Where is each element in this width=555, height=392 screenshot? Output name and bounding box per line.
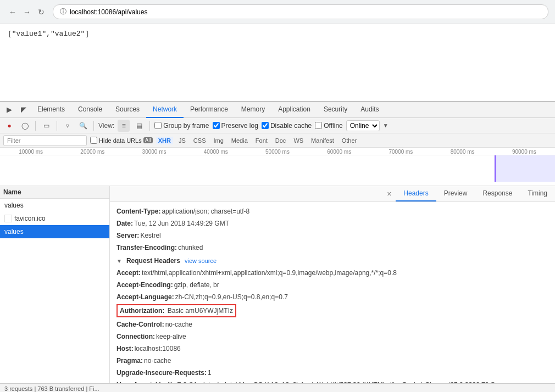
detail-tab-timing[interactable]: Timing bbox=[520, 186, 555, 201]
server-val: Kestrel bbox=[140, 231, 160, 240]
record-button[interactable]: ● bbox=[3, 120, 15, 132]
tab-audits[interactable]: Audits bbox=[354, 102, 385, 118]
filter-input[interactable] bbox=[3, 135, 87, 146]
timeline-label-8: 80000 ms bbox=[432, 149, 493, 155]
pragma-val: no-cache bbox=[144, 356, 171, 366]
detail-tab-response[interactable]: Response bbox=[475, 186, 520, 201]
content-type-key: Content-Type: bbox=[116, 206, 160, 216]
timeline-label-2: 20000 ms bbox=[62, 149, 123, 155]
list-item[interactable]: favicon.ico bbox=[0, 212, 109, 225]
transfer-encoding-key: Transfer-Encoding: bbox=[116, 243, 177, 253]
header-row: Pragma: no-cache bbox=[116, 355, 548, 367]
filter-tag-xhr[interactable]: XHR bbox=[156, 137, 173, 144]
timeline-label-6: 60000 ms bbox=[308, 149, 370, 155]
tab-network[interactable]: Network bbox=[146, 102, 184, 118]
offline-label[interactable]: Offline bbox=[315, 122, 342, 130]
timeline-labels: 10000 ms 20000 ms 30000 ms 40000 ms 5000… bbox=[0, 148, 555, 155]
header-row: Server: Kestrel bbox=[116, 229, 548, 242]
header-row: Transfer-Encoding: chunked bbox=[116, 242, 548, 254]
json-response: ["value1","value2"] bbox=[8, 30, 89, 38]
accept-encoding-val: gzip, deflate, br bbox=[174, 280, 219, 290]
header-row: Accept-Encoding: gzip, deflate, br bbox=[116, 279, 548, 291]
authorization-highlight: Authorization: Basic amU6YWJjMTIz bbox=[116, 304, 236, 317]
device-toolbar-icon[interactable]: ◤ bbox=[16, 103, 31, 117]
tab-elements[interactable]: Elements bbox=[31, 102, 71, 118]
list-item[interactable]: values bbox=[0, 225, 109, 238]
camera-button[interactable]: ▭ bbox=[40, 120, 52, 132]
header-row: Host: localhost:10086 bbox=[116, 343, 548, 355]
accept-encoding-key: Accept-Encoding: bbox=[116, 280, 173, 290]
filter-tag-media[interactable]: Media bbox=[229, 137, 250, 144]
timeline-label-9: 90000 ms bbox=[493, 149, 555, 155]
timeline[interactable]: 10000 ms 20000 ms 30000 ms 40000 ms 5000… bbox=[0, 148, 555, 186]
content-type-val: application/json; charset=utf-8 bbox=[162, 206, 249, 216]
inspect-element-icon[interactable]: ▶ bbox=[2, 103, 16, 117]
connection-key: Connection: bbox=[116, 332, 155, 341]
search-button[interactable]: 🔍 bbox=[77, 120, 89, 132]
clear-button[interactable]: ◯ bbox=[19, 120, 31, 132]
hide-data-urls-label[interactable]: Hide data URLs All bbox=[90, 137, 153, 144]
filter-tag-css[interactable]: CSS bbox=[191, 137, 208, 144]
request-name-values-2: values bbox=[4, 228, 24, 236]
forward-button[interactable]: → bbox=[21, 6, 33, 18]
filter-tag-img[interactable]: Img bbox=[211, 137, 225, 144]
tab-console[interactable]: Console bbox=[71, 102, 109, 118]
tab-application[interactable]: Application bbox=[271, 102, 317, 118]
timeline-label-3: 30000 ms bbox=[123, 149, 185, 155]
upgrade-insecure-key: Upgrade-Insecure-Requests: bbox=[116, 368, 207, 378]
request-list-header: Name bbox=[0, 186, 109, 199]
filter-tag-manifest[interactable]: Manifest bbox=[309, 137, 336, 144]
timeline-label-7: 70000 ms bbox=[370, 149, 431, 155]
filter-tag-js[interactable]: JS bbox=[176, 137, 188, 144]
waterfall-view-button[interactable]: ▤ bbox=[133, 120, 145, 132]
list-view-button[interactable]: ≡ bbox=[118, 120, 130, 132]
request-list: Name values favicon.ico values bbox=[0, 186, 110, 383]
server-key: Server: bbox=[116, 231, 139, 240]
list-item[interactable]: values bbox=[0, 199, 109, 212]
filter-tag-font[interactable]: Font bbox=[253, 137, 270, 144]
preserve-log-checkbox[interactable] bbox=[213, 122, 220, 129]
filter-tag-other[interactable]: Other bbox=[340, 137, 359, 144]
filter-tag-doc[interactable]: Doc bbox=[273, 137, 288, 144]
devtools-panel: ▶ ◤ Elements Console Sources Network Per… bbox=[0, 101, 555, 392]
date-val: Tue, 12 Jun 2018 14:49:29 GMT bbox=[134, 219, 229, 228]
view-label: View: bbox=[98, 122, 114, 130]
pragma-key: Pragma: bbox=[116, 356, 143, 366]
group-frame-label[interactable]: Group by frame bbox=[154, 122, 209, 130]
offline-checkbox[interactable] bbox=[315, 122, 322, 129]
date-key: Date: bbox=[116, 219, 133, 228]
detail-tabs: × Headers Preview Response Timing bbox=[110, 186, 555, 202]
browser-chrome: ← → ↻ ⓘ localhost:10086/api/values bbox=[0, 0, 555, 24]
url-text: localhost:10086/api/values bbox=[70, 8, 147, 16]
tab-performance[interactable]: Performance bbox=[184, 102, 235, 118]
hide-data-urls-checkbox[interactable] bbox=[90, 137, 97, 144]
detail-tab-headers[interactable]: Headers bbox=[396, 186, 436, 201]
close-detail-button[interactable]: × bbox=[382, 186, 396, 201]
accept-val: text/html,application/xhtml+xml,applicat… bbox=[142, 268, 397, 278]
group-frame-checkbox[interactable] bbox=[154, 122, 162, 129]
throttle-dropdown-arrow[interactable]: ▼ bbox=[383, 122, 389, 128]
view-source-link[interactable]: view source bbox=[185, 257, 217, 264]
throttle-select[interactable]: Online bbox=[346, 120, 380, 131]
filter-tag-ws[interactable]: WS bbox=[291, 137, 306, 144]
status-text: 3 requests | 763 B transferred | Fi... bbox=[4, 385, 99, 392]
disable-cache-checkbox[interactable] bbox=[262, 122, 269, 129]
back-button[interactable]: ← bbox=[7, 6, 19, 18]
tab-memory[interactable]: Memory bbox=[235, 102, 271, 118]
tab-security[interactable]: Security bbox=[317, 102, 354, 118]
header-row: Date: Tue, 12 Jun 2018 14:49:29 GMT bbox=[116, 217, 548, 229]
filter-bar: Hide data URLs All XHR JS CSS Img Media … bbox=[0, 133, 555, 148]
address-bar[interactable]: ⓘ localhost:10086/api/values bbox=[53, 4, 548, 19]
authorization-row: Authorization: Basic amU6YWJjMTIz bbox=[116, 303, 548, 318]
reload-button[interactable]: ↻ bbox=[35, 6, 47, 18]
preserve-log-label[interactable]: Preserve log bbox=[213, 122, 258, 130]
request-headers-section[interactable]: ▼ Request Headers view source bbox=[116, 254, 548, 267]
timeline-label-1: 10000 ms bbox=[0, 149, 62, 155]
section-collapse-icon: ▼ bbox=[116, 258, 122, 264]
header-row: User-Agent: Mozilla/5.0 (Macintosh; Inte… bbox=[116, 379, 548, 383]
filter-button[interactable]: ▿ bbox=[62, 120, 74, 132]
timeline-label-4: 40000 ms bbox=[185, 149, 247, 155]
disable-cache-label[interactable]: Disable cache bbox=[262, 122, 312, 130]
detail-tab-preview[interactable]: Preview bbox=[436, 186, 475, 201]
tab-sources[interactable]: Sources bbox=[109, 102, 146, 118]
